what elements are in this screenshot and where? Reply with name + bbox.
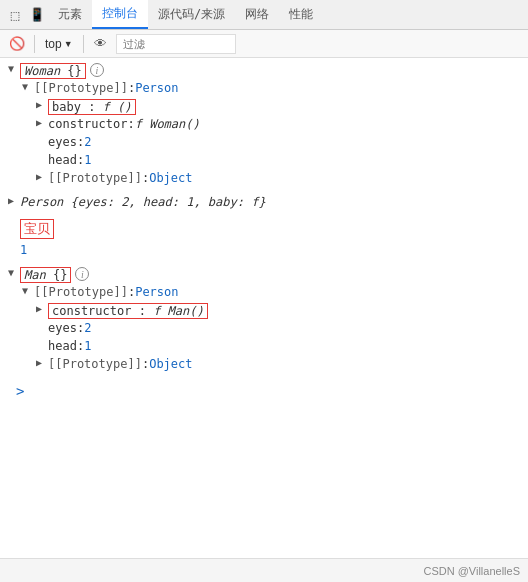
woman-proto-value: Person [135,81,178,95]
tab-sources[interactable]: 源代码/来源 [148,0,235,29]
colon-proto-obj: : [142,171,149,185]
man-expand-arrow[interactable] [8,267,20,278]
tab-bar: ⬚ 📱 元素 控制台 源代码/来源 网络 性能 [0,0,528,30]
colon-man-constructor: : [139,304,153,318]
man-eyes-value: 2 [84,321,91,335]
woman-head-line: head : 1 [0,152,528,170]
woman-proto-expand-arrow[interactable] [22,81,34,92]
colon-baby: : [88,100,102,114]
man-proto-object-line[interactable]: [[Prototype]] : Object [0,356,528,374]
man-object-line[interactable]: Man {} i [0,266,528,284]
man-head-key: head [48,339,77,353]
woman-head-key: head [48,153,77,167]
man-constructor-box: constructor : f Man() [48,303,208,319]
status-text: CSDN @VillanelleS [423,565,520,577]
baobei-line: 宝贝 [0,218,528,240]
woman-constructor-key: constructor [48,117,127,131]
woman-proto-label: [[Prototype]] [34,81,128,95]
colon-man-eyes: : [77,321,84,335]
woman-title-box: Woman {} [20,63,86,79]
console-output: Woman {} i [[Prototype]] : Person baby :… [0,58,528,558]
colon-eyes: : [77,135,84,149]
woman-constructor-line[interactable]: constructor : f Woman() [0,116,528,134]
woman-proto-obj-label: [[Prototype]] [48,171,142,185]
man-constructor-arrow[interactable] [36,303,48,314]
console-toolbar: 🚫 top ▼ 👁 [0,30,528,58]
more-arrow[interactable]: > [8,383,24,399]
woman-expand-arrow[interactable] [8,63,20,74]
woman-baby-line[interactable]: baby : f () [0,98,528,116]
colon-1: : [128,81,135,95]
woman-proto-obj-value: Object [149,171,192,185]
woman-constructor-arrow[interactable] [36,117,48,128]
device-icon[interactable]: 📱 [26,5,48,25]
man-proto-obj-value: Object [149,357,192,371]
woman-eyes-line: eyes : 2 [0,134,528,152]
woman-object-line[interactable]: Woman {} i [0,62,528,80]
colon-constructor: : [127,117,134,131]
colon-head: : [77,153,84,167]
colon-man-proto: : [128,285,135,299]
man-proto-expand-arrow[interactable] [22,285,34,296]
man-constructor-value: f Man() [153,304,204,318]
eye-icon[interactable]: 👁 [90,34,112,54]
woman-eyes-value: 2 [84,135,91,149]
man-info-icon[interactable]: i [75,267,89,281]
woman-proto-object-line[interactable]: [[Prototype]] : Object [0,170,528,188]
man-braces: {} [53,268,67,282]
status-bar: CSDN @VillanelleS [0,558,528,582]
woman-baby-arrow[interactable] [36,99,48,110]
woman-title: Woman [24,64,60,78]
man-proto-obj-arrow[interactable] [36,357,48,368]
man-prototype-line[interactable]: [[Prototype]] : Person [0,284,528,302]
more-arrow-line[interactable]: > [0,382,528,400]
man-proto-obj-label: [[Prototype]] [48,357,142,371]
woman-brace-open: {} [67,64,81,78]
colon-man-proto-obj: : [142,357,149,371]
number-value: 1 [20,243,27,257]
man-constructor-line[interactable]: constructor : f Man() [0,302,528,320]
man-constructor-key: constructor [52,304,131,318]
man-title-box: Man {} [20,267,71,283]
man-proto-label: [[Prototype]] [34,285,128,299]
woman-constructor-value: f Woman() [135,117,200,131]
tab-network[interactable]: 网络 [235,0,279,29]
context-dropdown[interactable]: top ▼ [41,35,77,53]
person-value: Person {eyes: 2, head: 1, baby: f} [20,195,266,209]
clear-console-button[interactable]: 🚫 [6,34,28,54]
man-eyes-key: eyes [48,321,77,335]
man-title: Man [24,268,46,282]
woman-eyes-key: eyes [48,135,77,149]
inspect-icon[interactable]: ⬚ [4,5,26,25]
woman-head-value: 1 [84,153,91,167]
man-head-line: head : 1 [0,338,528,356]
chevron-icon: ▼ [64,39,73,49]
woman-info-icon[interactable]: i [90,63,104,77]
man-eyes-line: eyes : 2 [0,320,528,338]
tab-elements[interactable]: 元素 [48,0,92,29]
person-line[interactable]: Person {eyes: 2, head: 1, baby: f} [0,194,528,212]
woman-proto-obj-arrow[interactable] [36,171,48,182]
person-arrow[interactable] [8,195,20,206]
colon-man-head: : [77,339,84,353]
tab-console[interactable]: 控制台 [92,0,148,29]
woman-baby-value: f () [103,100,132,114]
woman-baby-key: baby [52,100,81,114]
filter-input[interactable] [116,34,236,54]
number-line: 1 [0,242,528,260]
man-head-value: 1 [84,339,91,353]
woman-baby-box: baby : f () [48,99,136,115]
baobei-label: 宝贝 [20,219,54,239]
tab-performance[interactable]: 性能 [279,0,323,29]
woman-prototype-line[interactable]: [[Prototype]] : Person [0,80,528,98]
man-proto-value: Person [135,285,178,299]
